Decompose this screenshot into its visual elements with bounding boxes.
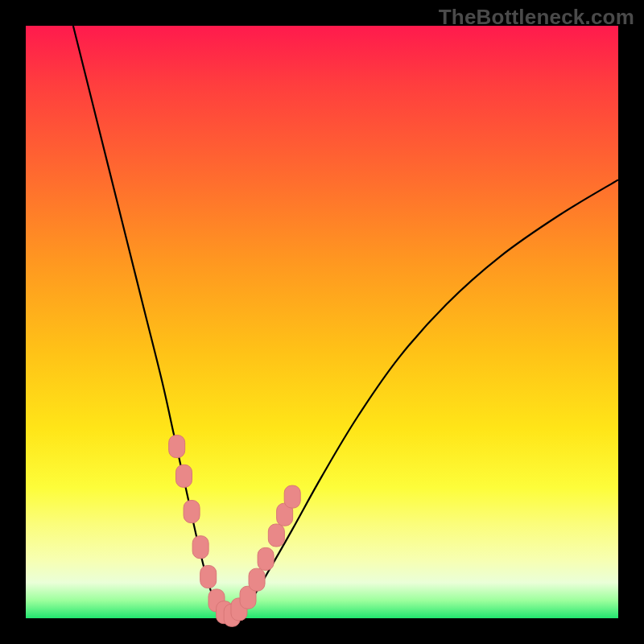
marker <box>200 565 217 588</box>
marker-group <box>169 436 301 627</box>
chart-svg <box>26 26 618 618</box>
marker <box>249 568 265 591</box>
chart-frame: TheBottleneck.com <box>0 0 644 644</box>
marker <box>184 501 200 523</box>
marker <box>258 547 274 570</box>
marker <box>268 524 284 547</box>
watermark-text: TheBottleneck.com <box>439 5 634 30</box>
marker <box>284 485 300 508</box>
marker <box>169 436 185 458</box>
bottleneck-curve <box>73 26 618 619</box>
marker <box>192 536 208 559</box>
plot-area <box>26 26 618 618</box>
marker <box>176 464 192 487</box>
